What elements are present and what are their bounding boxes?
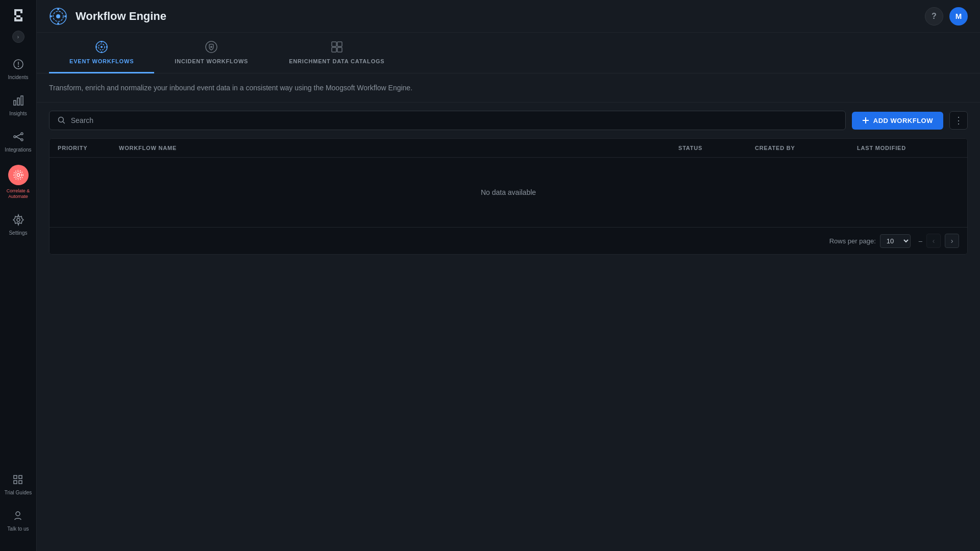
sidebar-item-label: Integrations [5, 147, 31, 153]
search-icon [58, 116, 66, 124]
next-icon: › [951, 237, 953, 245]
svg-point-5 [14, 136, 16, 138]
rows-per-page-label: Rows per page: [829, 237, 876, 245]
sidebar-item-label: Settings [9, 230, 27, 236]
app-logo [9, 6, 28, 24]
sidebar-bottom: Trial Guides Talk to us [3, 466, 34, 545]
tab-enrichment-data-catalogs[interactable]: ENRICHMENT DATA CATALOGS [268, 33, 405, 73]
table-header: PRIORITY WORKFLOW NAME STATUS CREATED BY… [50, 139, 967, 158]
svg-rect-3 [17, 98, 19, 105]
col-created-by: CREATED BY [755, 145, 857, 151]
add-workflow-button[interactable]: ADD WORKFLOW [852, 112, 943, 130]
sidebar-nav: Incidents Insights [0, 51, 36, 466]
help-button[interactable]: ? [925, 7, 943, 26]
col-last-modified: LAST MODIFIED [857, 145, 959, 151]
svg-rect-36 [337, 42, 342, 46]
pagination-controls: – ‹ › [919, 234, 959, 248]
rows-per-page-select[interactable]: 10 25 50 100 [880, 234, 911, 248]
svg-point-34 [210, 46, 212, 48]
pagination-next-button[interactable]: › [945, 234, 959, 248]
svg-rect-35 [332, 42, 336, 46]
user-avatar[interactable]: M [949, 7, 968, 26]
svg-point-1 [18, 66, 18, 67]
tab-label: INCIDENT WORKFLOWS [175, 58, 248, 64]
content-area: Transform, enrich and normalize your inb… [37, 73, 980, 551]
col-priority: PRIORITY [58, 145, 119, 151]
sidebar-item-label: Insights [9, 111, 27, 116]
svg-point-7 [21, 139, 23, 141]
page-title: Workflow Engine [76, 10, 166, 23]
sidebar-item-trial-guides[interactable]: Trial Guides [3, 466, 34, 500]
trial-guides-icon [10, 471, 26, 488]
svg-rect-4 [21, 96, 23, 105]
sidebar-item-settings[interactable]: Settings [0, 207, 36, 241]
tab-incident-workflows[interactable]: INCIDENT WORKFLOWS [154, 33, 268, 73]
more-options-button[interactable]: ⋮ [949, 111, 968, 130]
svg-point-28 [101, 46, 103, 48]
svg-point-10 [17, 173, 20, 177]
prev-icon: ‹ [933, 237, 935, 245]
svg-point-39 [58, 117, 63, 122]
sidebar: › Incidents Insights [0, 0, 37, 551]
description-text: Transform, enrich and normalize your inb… [49, 84, 968, 92]
svg-rect-17 [19, 481, 22, 484]
header-right: ? M [925, 7, 968, 26]
svg-point-21 [56, 14, 60, 18]
sidebar-item-insights[interactable]: Insights [0, 87, 36, 121]
svg-line-8 [16, 134, 21, 137]
rows-per-page-control: Rows per page: 10 25 50 100 [829, 234, 911, 248]
sidebar-item-correlate[interactable]: Correlate & Automate [0, 160, 36, 205]
svg-line-40 [63, 121, 64, 123]
svg-rect-16 [14, 481, 17, 484]
table-empty-state: No data available [50, 158, 967, 227]
svg-rect-14 [14, 475, 17, 479]
search-input[interactable] [71, 116, 837, 124]
svg-point-23 [57, 22, 59, 24]
svg-point-29 [101, 41, 103, 43]
tab-event-workflows[interactable]: EVENT WORKFLOWS [49, 33, 154, 73]
svg-point-31 [96, 46, 97, 48]
header-left: Workflow Engine [49, 7, 166, 26]
main-content: Workflow Engine ? M EVENT WORKFLOWS [37, 0, 980, 551]
add-workflow-label: ADD WORKFLOW [873, 117, 933, 124]
tabs-bar: EVENT WORKFLOWS INCIDENT WORKFLOWS ENRIC… [37, 33, 980, 73]
integrations-icon [10, 129, 27, 145]
description-bar: Transform, enrich and normalize your inb… [37, 73, 980, 103]
table-footer: Rows per page: 10 25 50 100 – ‹ [50, 227, 967, 254]
pagination-prev-button[interactable]: ‹ [926, 234, 941, 248]
svg-point-32 [106, 46, 108, 48]
insights-icon [10, 92, 27, 109]
tab-label: ENRICHMENT DATA CATALOGS [289, 58, 384, 64]
page-indicator: – [919, 237, 922, 245]
talk-to-us-icon [10, 508, 26, 524]
svg-point-18 [16, 512, 20, 516]
search-box[interactable] [49, 111, 846, 130]
tab-label: EVENT WORKFLOWS [69, 58, 134, 64]
correlate-icon-wrapper [8, 165, 29, 185]
sidebar-item-talk-to-us[interactable]: Talk to us [3, 503, 34, 537]
svg-rect-37 [332, 47, 336, 52]
sidebar-item-integrations[interactable]: Integrations [0, 123, 36, 158]
svg-point-11 [15, 172, 21, 179]
sidebar-collapse-button[interactable]: › [12, 31, 24, 43]
incidents-icon [10, 56, 27, 72]
svg-point-13 [17, 218, 20, 221]
more-options-icon: ⋮ [954, 115, 963, 126]
workflow-engine-icon [49, 7, 67, 26]
svg-point-25 [64, 15, 66, 17]
svg-point-6 [21, 133, 23, 135]
svg-point-24 [50, 15, 52, 17]
svg-point-22 [57, 8, 59, 10]
col-status: STATUS [678, 145, 755, 151]
sidebar-item-incidents[interactable]: Incidents [0, 51, 36, 85]
table-section: ADD WORKFLOW ⋮ PRIORITY WORKFLOW NAME ST… [37, 103, 980, 263]
table-toolbar: ADD WORKFLOW ⋮ [49, 111, 968, 130]
sidebar-item-label: Trial Guides [5, 490, 32, 495]
sidebar-item-label: Talk to us [7, 526, 29, 532]
add-icon [862, 117, 869, 124]
workflow-table: PRIORITY WORKFLOW NAME STATUS CREATED BY… [49, 138, 968, 255]
svg-rect-38 [337, 47, 342, 52]
svg-point-30 [101, 52, 103, 53]
sidebar-item-label: Incidents [8, 74, 28, 80]
svg-rect-15 [19, 475, 22, 479]
